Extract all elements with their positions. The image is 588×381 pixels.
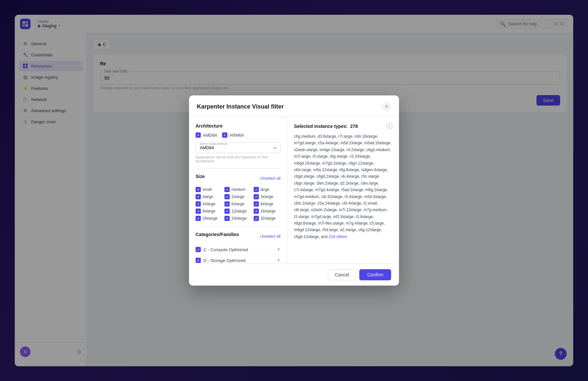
- size-8xlarge-checkbox: [254, 201, 259, 207]
- size-12xlarge-checkbox: [224, 209, 230, 214]
- section-divider-1: [196, 168, 281, 169]
- size-item-24xlarge[interactable]: 24xlarge: [224, 216, 251, 221]
- size-item-small[interactable]: small: [196, 187, 222, 192]
- category-c-checkbox: [196, 247, 201, 252]
- size-section: Size Unselect all small medium: [196, 174, 281, 221]
- size-medium-checkbox: [224, 187, 230, 192]
- size-4xlarge-checkbox: [196, 201, 201, 207]
- build-select-label: Select build default: [198, 142, 229, 146]
- category-d-checkbox: [196, 258, 201, 263]
- arch-checkboxes: AMD64 ARM64: [196, 132, 281, 138]
- size-32xlarge-checkbox: [254, 216, 259, 221]
- size-item-18xlarge[interactable]: 18xlarge: [196, 216, 222, 221]
- categories-header: Categories/Families Unselect all: [196, 232, 281, 241]
- arm64-label: ARM64: [229, 133, 243, 138]
- and-text: and: [321, 234, 327, 239]
- size-item-medium[interactable]: medium: [224, 187, 251, 192]
- size-6xlarge-checkbox: [224, 201, 230, 207]
- selected-instances-title: Selected instance types: 278: [294, 124, 358, 129]
- size-18xlarge-checkbox: [196, 216, 201, 221]
- size-item-8xlarge[interactable]: 8xlarge: [254, 201, 281, 207]
- size-xlarge-checkbox: [196, 194, 201, 199]
- size-item-9xlarge[interactable]: 9xlarge: [196, 209, 222, 214]
- size-unselect-all[interactable]: Unselect all: [260, 176, 281, 181]
- size-16xlarge-checkbox: [254, 209, 259, 214]
- app-window: Cluster ◆ Staging ▼ 🔍 x k: [15, 15, 573, 366]
- size-item-2xlarge[interactable]: 2xlarge: [224, 194, 251, 199]
- section-divider-2: [196, 226, 281, 227]
- amd64-checkbox-indicator: [196, 132, 201, 138]
- category-c-chevron: ▼: [277, 247, 281, 252]
- size-item-6xlarge[interactable]: 6xlarge: [224, 201, 251, 207]
- modal-right-panel: Selected instance types: 278 i c6g.mediu…: [287, 117, 399, 264]
- architecture-title: Architecture: [196, 123, 281, 129]
- confirm-button[interactable]: Confirm: [359, 269, 391, 280]
- others-link[interactable]: 218 others: [328, 234, 347, 239]
- modal-header: Karpenter Instance Visual filter ×: [189, 95, 399, 117]
- instance-types-text: c6g.medium, d3.8xlarge, r7i.large, m6i.1…: [294, 133, 392, 240]
- category-compute-optimized[interactable]: C - Compute Optimized ▼: [196, 244, 281, 255]
- info-icon[interactable]: i: [387, 123, 392, 129]
- build-default-wrapper: Select build default AMD64 ARM64: [196, 142, 281, 155]
- size-2xlarge-checkbox: [224, 194, 230, 199]
- modal-footer: Cancel Confirm: [189, 264, 399, 286]
- amd64-label: AMD64: [203, 133, 217, 138]
- size-item-4xlarge[interactable]: 4xlarge: [196, 201, 222, 207]
- categories-unselect-all[interactable]: Unselect all: [260, 234, 281, 239]
- size-header: Size Unselect all: [196, 174, 281, 183]
- size-9xlarge-checkbox: [196, 209, 201, 214]
- cancel-button[interactable]: Cancel: [328, 269, 356, 280]
- modal-body: Architecture AMD64 ARM64: [189, 117, 399, 264]
- architecture-section: Architecture AMD64 ARM64: [196, 123, 281, 163]
- arm64-checkbox-indicator: [222, 132, 227, 138]
- modal-left-panel: Architecture AMD64 ARM64: [189, 117, 287, 264]
- arm64-checkbox[interactable]: ARM64: [222, 132, 243, 138]
- size-3xlarge-checkbox: [254, 194, 259, 199]
- size-item-16xlarge[interactable]: 16xlarge: [254, 209, 281, 214]
- modal-overlay: Karpenter Instance Visual filter × Archi…: [15, 15, 573, 366]
- build-hint: Applications will be built and deployed …: [196, 155, 281, 163]
- size-title: Size: [196, 174, 205, 179]
- size-large-checkbox: [254, 187, 259, 192]
- size-item-large[interactable]: large: [254, 187, 281, 192]
- selected-instances-header: Selected instance types: 278 i: [294, 123, 392, 129]
- modal-close-button[interactable]: ×: [382, 102, 391, 111]
- modal-title: Karpenter Instance Visual filter: [197, 103, 284, 110]
- categories-title: Categories/Families: [196, 232, 239, 237]
- categories-section: Categories/Families Unselect all C - Com…: [196, 232, 281, 264]
- size-small-checkbox: [196, 187, 201, 192]
- category-d-storage[interactable]: D - Storage Optimized ▼: [196, 255, 281, 264]
- size-item-32xlarge[interactable]: 32xlarge: [254, 216, 281, 221]
- karpenter-filter-modal: Karpenter Instance Visual filter × Archi…: [189, 95, 399, 286]
- size-24xlarge-checkbox: [224, 216, 230, 221]
- amd64-checkbox[interactable]: AMD64: [196, 132, 217, 138]
- size-item-12xlarge[interactable]: 12xlarge: [224, 209, 251, 214]
- size-grid: small medium large: [196, 187, 281, 221]
- size-item-3xlarge[interactable]: 3xlarge: [254, 194, 281, 199]
- category-d-chevron: ▼: [277, 258, 281, 263]
- size-item-xlarge[interactable]: xlarge: [196, 194, 222, 199]
